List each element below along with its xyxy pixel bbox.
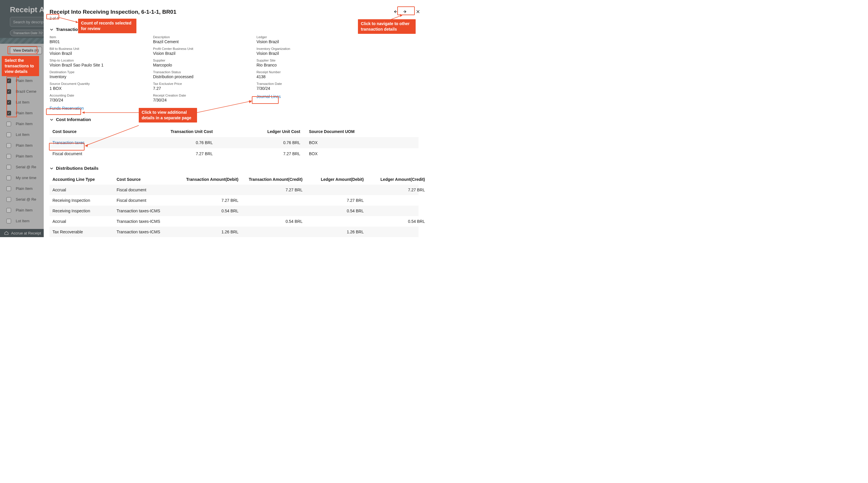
funds-reservation-link[interactable]: Funds Reservation	[50, 106, 84, 111]
list-item-label: Lot Item	[16, 100, 29, 105]
list-item[interactable]: ✓Lot Item	[6, 97, 44, 108]
checkbox[interactable]: ✓	[6, 111, 11, 115]
view-details-button[interactable]: View Details (4)	[10, 47, 42, 54]
dist-row: Receiving InspectionFiscal document7.27 …	[50, 195, 418, 206]
col-acct-line-type: Accounting Line Type	[53, 177, 117, 182]
background-panel: Receipt Ac Search by descript Transactio…	[0, 0, 44, 237]
list-item-label: Plain Item	[16, 111, 33, 115]
list-item[interactable]: Lot Item	[6, 129, 44, 140]
field-tax-excl-price: Tax Exclusive Price 7.27	[153, 82, 256, 91]
section-title: Distributions Details	[56, 166, 98, 171]
close-button[interactable]	[413, 7, 423, 16]
src-doc-uom: BOX	[309, 140, 373, 145]
checkbox[interactable]: ✓	[6, 79, 11, 83]
section-cost-information: Cost Information Cost Source Transaction…	[50, 117, 418, 159]
list-item-label: Serial @ Re	[16, 197, 36, 202]
list-item[interactable]: ✓Plain Item	[6, 108, 44, 118]
cost-source: Transaction taxes-ICMS	[117, 208, 178, 213]
bottom-bar[interactable]: Accrue at Receipt	[0, 229, 44, 237]
checkbox[interactable]: ✓	[6, 89, 11, 94]
next-record-button[interactable]	[401, 7, 410, 16]
annot-nav: Click to navigate to other transaction d…	[358, 19, 416, 34]
cost-source-link[interactable]: Transaction taxes	[53, 140, 85, 145]
chevron-down-icon	[50, 117, 54, 122]
col-txn-debit: Transaction Amount(Debit)	[178, 177, 242, 182]
field-receipt-creation: Receipt Creation Date 7/30/24	[153, 94, 256, 103]
section-distributions-details: Distributions Details Accounting Line Ty…	[50, 166, 418, 237]
checkbox[interactable]	[6, 133, 11, 137]
list-item[interactable]: ✓Plain Item	[6, 75, 44, 86]
list-item[interactable]: Serial @ Re	[6, 162, 44, 172]
checkbox[interactable]	[6, 122, 11, 126]
list-item[interactable]: Plain Item	[6, 151, 44, 162]
list-item-label: Lot Item	[16, 133, 29, 137]
checkbox[interactable]: ✓	[6, 100, 11, 105]
checkbox[interactable]	[6, 154, 11, 159]
field-inventory-org: Inventory Organization Vision Brazil	[256, 47, 360, 56]
list-item[interactable]: Plain Item	[6, 205, 44, 216]
list-item[interactable]: ✓Brazil Ceme	[6, 86, 44, 97]
panel-title: Receipt Into Receiving Inspection, 6-1-1…	[50, 9, 418, 15]
field-supplier-site: Supplier Site Rio Branco	[256, 59, 360, 67]
cost-source: Fiscal document	[117, 198, 178, 203]
col-ledger-debit: Ledger Amount(Debit)	[306, 177, 367, 182]
panel-nav	[391, 7, 423, 16]
field-transaction-status: Transaction Status Distribution processe…	[153, 70, 256, 79]
list-item[interactable]: Plain Item	[6, 183, 44, 194]
ledger-unit-cost: 0.76 BRL	[221, 140, 309, 145]
col-cost-source: Cost Source	[53, 129, 134, 134]
item-list: ✓Plain Item✓Brazil Ceme✓Lot Item✓Plain I…	[6, 75, 44, 226]
annot-extra-links: Click to view additional details in a se…	[139, 108, 197, 122]
checkbox[interactable]	[6, 176, 11, 180]
home-icon	[4, 231, 9, 235]
section-header-distributions-details[interactable]: Distributions Details	[50, 166, 418, 171]
checkbox[interactable]	[6, 219, 11, 223]
field-item: Item BR01	[50, 35, 153, 44]
field-accounting-date: Accounting Date 7/30/24	[50, 94, 153, 103]
list-item[interactable]: Plain Item	[6, 140, 44, 151]
checkbox[interactable]	[6, 208, 11, 212]
checkbox[interactable]	[6, 187, 11, 191]
list-item[interactable]: Serial @ Re	[6, 194, 44, 205]
section-header-cost-information[interactable]: Cost Information	[50, 117, 418, 122]
col-cost-source: Cost Source	[117, 177, 178, 182]
acct-line-type: Accrual	[53, 219, 117, 224]
list-item-label: My one time	[16, 176, 36, 180]
list-item[interactable]: Lot Item	[6, 216, 44, 226]
search-placeholder: Search by descript	[13, 20, 44, 24]
list-item-label: Plain Item	[16, 187, 33, 191]
list-item-label: Plain Item	[16, 122, 33, 126]
checkbox[interactable]	[6, 197, 11, 202]
bottom-bar-label: Accrue at Receipt	[11, 231, 41, 235]
dist-row: AccrualTransaction taxes-ICMS0.54 BRL0.5…	[50, 216, 418, 227]
txn-unit-cost: 0.76 BRL	[134, 140, 221, 145]
cost-table: Cost Source Transaction Unit Cost Ledger…	[50, 126, 418, 159]
ledger-debit: 1.26 BRL	[306, 230, 367, 234]
field-ship-to: Ship-to Location Vision Brazil Sao Paulo…	[50, 59, 153, 67]
txn-debit: 0.54 BRL	[178, 208, 242, 213]
journal-lines-link[interactable]: Journal Lines	[256, 94, 281, 99]
field-bill-to-bu: Bill to Business Unit Vision Brazil	[50, 47, 153, 56]
field-ledger: Ledger Vision Brazil	[256, 35, 360, 44]
list-item[interactable]: Plain Item	[6, 118, 44, 129]
acct-line-type: Accrual	[53, 188, 117, 192]
checkbox[interactable]	[6, 143, 11, 148]
field-funds-reservation: Funds Reservation	[50, 105, 153, 111]
cost-row: Transaction taxes0.76 BRL0.76 BRLBOX	[50, 137, 418, 148]
checkbox[interactable]	[6, 165, 11, 169]
search-input[interactable]: Search by descript	[10, 17, 45, 27]
fields-grid: Item BR01 Description Brazil Cement Ledg…	[50, 35, 418, 111]
cost-source: Transaction taxes-ICMS	[117, 230, 178, 234]
cost-table-header: Cost Source Transaction Unit Cost Ledger…	[50, 126, 418, 137]
filter-chip-transaction-date[interactable]: Transaction Date 7/2	[10, 30, 46, 36]
prev-record-button[interactable]	[391, 7, 400, 16]
list-item[interactable]: My one time	[6, 172, 44, 183]
field-receipt-number: Receipt Number 4138	[256, 70, 360, 79]
col-src-doc-uom: Source Document UOM	[309, 129, 373, 134]
cost-row: Fiscal document7.27 BRL7.27 BRLBOX	[50, 148, 418, 159]
filter-chip-label: Transaction Date 7/2	[13, 31, 43, 35]
ledger-debit: 7.27 BRL	[306, 198, 367, 203]
list-item-label: Serial @ Re	[16, 165, 36, 169]
col-ledger-credit: Ledger Amount(Credit)	[367, 177, 426, 182]
txn-unit-cost: 7.27 BRL	[134, 151, 221, 156]
